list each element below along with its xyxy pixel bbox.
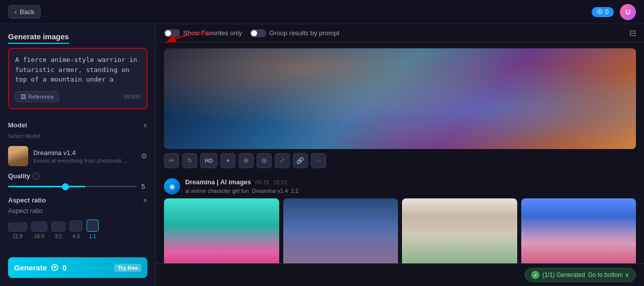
generate-btn-left: Generate ⦿ 0 — [14, 263, 66, 272]
go-to-bottom-btn[interactable]: Go to bottom ∨ — [588, 271, 629, 278]
tag-ratio: 1:1 — [291, 188, 298, 194]
try-free-label: Try free — [118, 265, 138, 271]
chevron-down-icon: ∨ — [625, 271, 629, 278]
quality-slider[interactable] — [8, 186, 136, 187]
aspect-box-1-1 — [87, 220, 99, 232]
generate-credits-count: 0 — [62, 263, 66, 272]
reference-button[interactable]: 🖼 Reference — [15, 91, 59, 102]
aspect-option-3-2[interactable]: 3:2 — [51, 222, 65, 239]
show-favorites-label: Show Favorites only — [183, 29, 242, 37]
message-avatar: ◉ — [164, 178, 180, 194]
aspect-ratio-sublabel: Aspect ratio — [0, 207, 155, 218]
image-ref-icon: 🖼 — [21, 94, 26, 100]
show-favorites-switch[interactable] — [164, 29, 180, 37]
aspect-box-4-3 — [69, 221, 83, 232]
aspect-label-21-9: 21:9 — [13, 234, 22, 239]
grid-view-icon[interactable]: ⊟ — [629, 29, 636, 37]
generate-section: Generate images 🖼 Reference 98/800 — [0, 24, 155, 115]
model-section-header[interactable]: Model ∧ — [0, 115, 155, 133]
message-content: Dreamina | AI images 09-15 18:53 ai anim… — [185, 178, 298, 194]
aspect-option-1-1[interactable]: 1:1 — [87, 220, 99, 239]
generate-credits-icon: ⦿ — [51, 263, 58, 272]
prompt-container: 🖼 Reference 98/800 — [8, 48, 147, 109]
anime-card-1[interactable] — [164, 198, 279, 263]
go-to-bottom-label: Go to bottom — [588, 271, 623, 278]
warrior-image-actions: ✏ ↻ HD ✦ ⊕ ⊞ ⤢ 🔗 ··· — [164, 153, 636, 168]
message-sender: Dreamina | AI images — [185, 178, 251, 186]
show-favorites-toggle[interactable]: Show Favorites only — [164, 29, 242, 37]
tune-icon: ⚙ — [141, 152, 147, 160]
tag-prompt: ai anime character girl fun — [185, 188, 249, 194]
quality-info-icon: i — [33, 173, 40, 180]
message-meta: Dreamina | AI images 09-15 18:53 — [185, 178, 298, 186]
hd-badge[interactable]: HD — [200, 153, 217, 168]
content-scroll[interactable]: ✏ ↻ HD ✦ ⊕ ⊞ ⤢ 🔗 ··· ◉ — [156, 42, 644, 263]
content-toolbar: Show Favorites only Group results by pro… — [156, 24, 644, 42]
expand-action-btn[interactable]: ⤢ — [275, 153, 290, 168]
anime-card-4[interactable] — [521, 198, 636, 263]
model-info: Dreamina v1.4 Excels at everything from … — [33, 149, 136, 164]
model-chevron-icon: ∧ — [143, 122, 147, 129]
warrior-image — [164, 48, 636, 149]
warrior-image-container — [164, 48, 636, 149]
message-row: ◉ Dreamina | AI images 09-15 18:53 ai an… — [164, 178, 636, 194]
group-results-label: Group results by prompt — [269, 29, 339, 37]
wand-action-btn[interactable]: ✦ — [220, 153, 235, 168]
dreamina-logo-icon: ◉ — [169, 182, 175, 190]
char-count: 98/800 — [123, 94, 140, 100]
aspect-ratio-section-header[interactable]: Aspect ratio ∧ — [0, 190, 155, 207]
avatar[interactable]: U — [620, 4, 636, 20]
group-results-toggle[interactable]: Group results by prompt — [250, 29, 339, 37]
message-tags: ai anime character girl fun Dreamina v1.… — [185, 188, 298, 194]
reference-label: Reference — [28, 94, 54, 100]
link-action-btn[interactable]: 🔗 — [293, 153, 308, 168]
layers-action-btn[interactable]: ⊕ — [238, 153, 254, 168]
message-time: 18:53 — [273, 179, 287, 185]
model-thumb-inner — [8, 146, 28, 166]
model-desc: Excels at everything from photoreali... — [33, 158, 136, 164]
avatar-letter: U — [625, 8, 630, 16]
credits-icon: ⦿ — [597, 9, 603, 16]
topbar: ‹ Back ⦿ 0 U — [0, 0, 644, 24]
frame-action-btn[interactable]: ⊞ — [257, 153, 272, 168]
aspect-option-4-3[interactable]: 4:3 — [69, 221, 83, 239]
generated-text: (1/1) Generated — [542, 271, 585, 278]
aspect-option-21-9[interactable]: 21:9 — [8, 223, 27, 239]
model-thumbnail — [8, 146, 28, 166]
back-label: Back — [20, 8, 34, 16]
refresh-action-btn[interactable]: ↻ — [182, 153, 197, 168]
aspect-box-3-2 — [51, 222, 65, 232]
warrior-image-group: ✏ ↻ HD ✦ ⊕ ⊞ ⤢ 🔗 ··· — [164, 48, 636, 168]
slider-container: 5 — [8, 183, 147, 190]
back-button[interactable]: ‹ Back — [8, 5, 41, 19]
anime-card-3[interactable] — [402, 198, 517, 263]
group-results-switch[interactable] — [250, 29, 266, 37]
model-item[interactable]: Dreamina v1.4 Excels at everything from … — [0, 142, 155, 170]
bottom-bar: ✓ (1/1) Generated Go to bottom ∨ — [156, 263, 644, 286]
generate-button[interactable]: Generate ⦿ 0 Try free — [8, 257, 147, 278]
aspect-chevron-icon: ∧ — [143, 197, 147, 204]
group-toggle-knob — [251, 30, 257, 36]
topbar-left: ‹ Back — [8, 5, 41, 19]
generated-badge: ✓ (1/1) Generated Go to bottom ∨ — [525, 268, 636, 282]
generate-label: Generate — [14, 263, 47, 272]
quality-section: Quality i 5 — [0, 170, 155, 190]
model-section-title: Model — [8, 121, 27, 129]
anime-girls-grid — [164, 198, 636, 263]
select-model-label: Select Model — [0, 133, 155, 142]
message-date: 09-15 — [255, 179, 269, 185]
more-action-btn[interactable]: ··· — [311, 153, 326, 168]
edit-action-btn[interactable]: ✏ — [164, 153, 179, 168]
prompt-input[interactable] — [15, 55, 140, 85]
quality-label-row: Quality i — [8, 172, 147, 180]
toolbar-right: ⊟ — [629, 28, 636, 38]
sidebar: Generate images 🖼 Reference 98/800 Model… — [0, 24, 156, 286]
anime-card-2[interactable] — [283, 198, 398, 263]
check-circle-icon: ✓ — [531, 271, 539, 279]
generate-header: Generate images — [8, 32, 147, 44]
aspect-label-16-9: 16:9 — [34, 234, 44, 239]
credits-badge: ⦿ 0 — [592, 7, 614, 17]
anime-girls-group: ◉ Dreamina | AI images 09-15 18:53 ai an… — [164, 178, 636, 263]
aspect-options: 21:9 16:9 3:2 4:3 1:1 — [0, 218, 155, 245]
aspect-option-16-9[interactable]: 16:9 — [31, 222, 47, 239]
